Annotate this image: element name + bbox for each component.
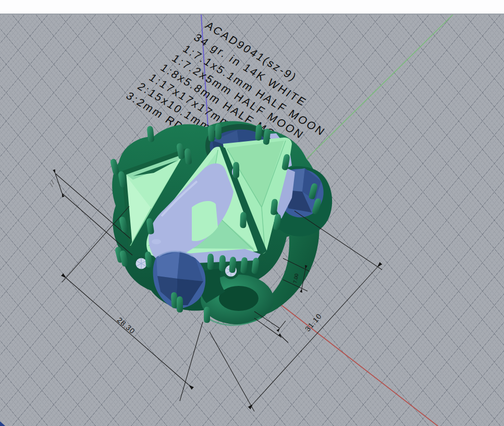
- dimension-lines: [0, 0, 504, 426]
- small-dim-leader: [280, 321, 286, 328]
- witness-line: [294, 211, 382, 270]
- witness-line: [254, 311, 279, 328]
- witness-line: [254, 318, 281, 337]
- witness-line: [62, 193, 132, 255]
- witness-line: [180, 322, 203, 401]
- witness-line: [55, 173, 130, 239]
- dim-31-line: [253, 267, 377, 404]
- witness-line: [62, 206, 129, 282]
- small-dim-leader: [282, 337, 288, 343]
- witness-line: [210, 332, 254, 411]
- command-line[interactable]: es=No DrawGrid=Yes DrawAxes=Yes ):: [0, 0, 504, 15]
- dim-7-line: [302, 269, 305, 289]
